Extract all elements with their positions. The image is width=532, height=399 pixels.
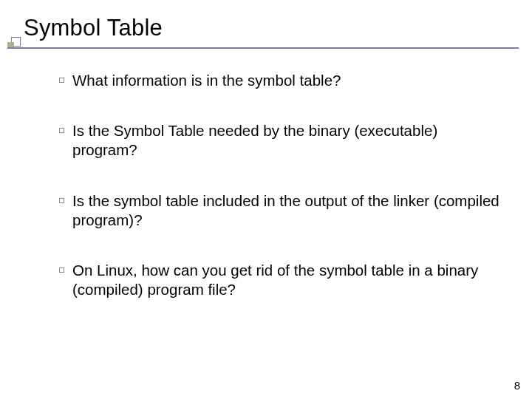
- square-bullet-icon: [59, 198, 64, 203]
- square-bullet-icon: [59, 128, 64, 133]
- bullet-item: On Linux, how can you get rid of the sym…: [59, 261, 502, 299]
- bullet-text: On Linux, how can you get rid of the sym…: [72, 262, 478, 298]
- bullet-item: Is the Symbol Table needed by the binary…: [59, 121, 502, 160]
- page-number: 8: [514, 379, 520, 392]
- slide-body: What information is in the symbol table?…: [59, 71, 502, 331]
- slide-title: Symbol Table: [24, 15, 163, 41]
- bullet-item: Is the symbol table included in the outp…: [59, 191, 502, 230]
- title-underline: [7, 47, 519, 49]
- square-bullet-icon: [59, 78, 64, 83]
- bullet-text: Is the symbol table included in the outp…: [72, 192, 499, 228]
- bullet-text: Is the Symbol Table needed by the binary…: [72, 122, 437, 158]
- bullet-item: What information is in the symbol table?: [59, 71, 502, 90]
- bullet-text: What information is in the symbol table?: [72, 72, 341, 89]
- slide: Symbol Table What information is in the …: [0, 0, 532, 399]
- square-bullet-icon: [59, 267, 64, 273]
